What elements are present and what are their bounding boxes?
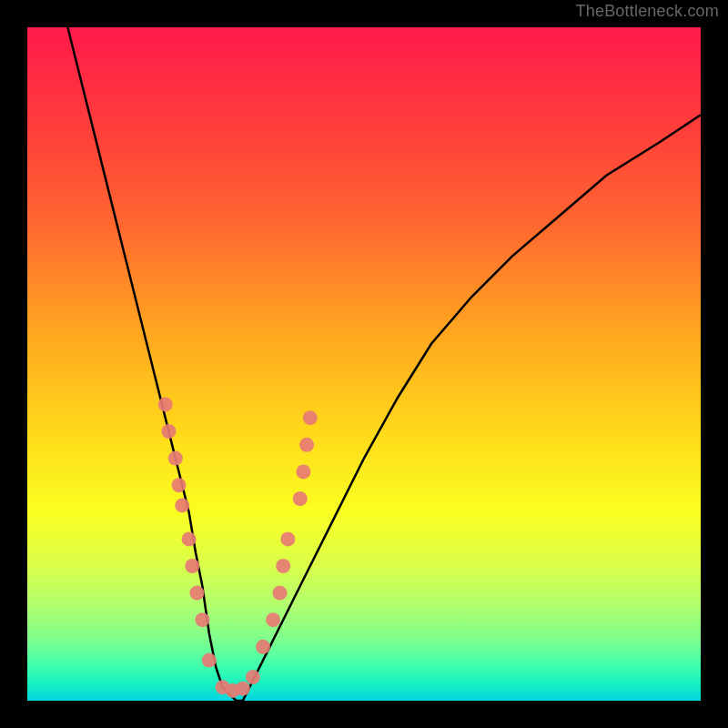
marker-dot	[158, 397, 173, 411]
marker-dot	[202, 653, 217, 668]
marker-dot	[182, 531, 197, 546]
chart-frame: TheBottleneck.com	[0, 0, 728, 728]
marker-dot	[256, 640, 270, 654]
marker-dot	[195, 612, 209, 627]
marker-dots	[158, 397, 318, 698]
marker-dot	[280, 531, 295, 546]
marker-dot	[303, 410, 318, 425]
curve-series	[67, 27, 701, 701]
chart-svg	[27, 27, 701, 701]
marker-dot	[175, 498, 189, 512]
marker-dot	[276, 559, 290, 573]
marker-dot	[185, 559, 199, 573]
marker-dot	[246, 670, 260, 684]
marker-dot	[168, 451, 183, 466]
marker-dot	[189, 586, 204, 601]
watermark-text: TheBottleneck.com	[576, 2, 719, 21]
marker-dot	[266, 612, 280, 627]
marker-dot	[172, 478, 187, 492]
marker-dot	[236, 682, 250, 696]
marker-dot	[293, 491, 308, 506]
marker-dot	[161, 424, 176, 439]
marker-dot	[296, 464, 310, 479]
marker-dot	[273, 586, 288, 601]
marker-dot	[299, 438, 314, 452]
plot-area	[27, 27, 701, 701]
